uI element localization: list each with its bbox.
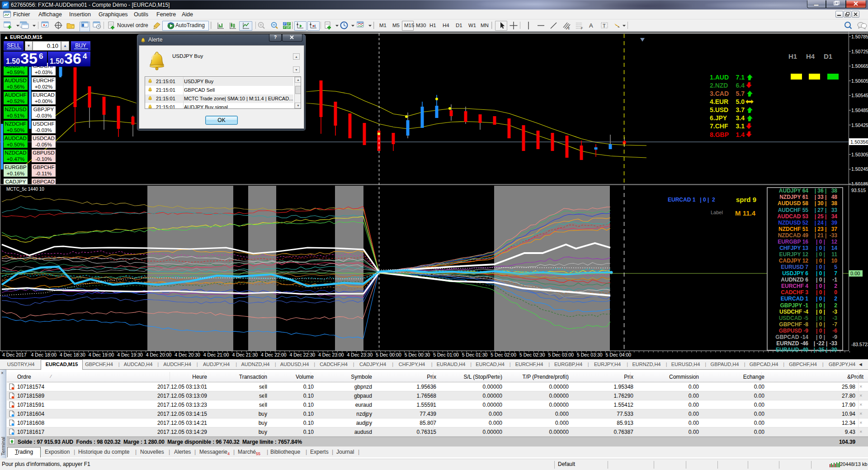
svg-text:5.7: 5.7: [736, 90, 745, 97]
svg-text:1.50665: 1.50665: [851, 63, 868, 69]
svg-text:-33: -33: [830, 232, 838, 239]
svg-text:-1: -1: [832, 277, 837, 283]
svg-text:6.JPY: 6.JPY: [710, 114, 727, 122]
svg-text:3.7: 3.7: [736, 106, 745, 113]
svg-text:| -25 |: | -25 |: [814, 347, 828, 353]
svg-text:-33: -33: [830, 340, 838, 347]
svg-text:4 Dec 22:30: 4 Dec 22:30: [290, 352, 316, 357]
svg-text:AUDNZD 6: AUDNZD 6: [781, 277, 808, 283]
svg-text:5 Dec 02:00: 5 Dec 02:00: [491, 352, 516, 357]
svg-text:3.CAD: 3.CAD: [710, 90, 729, 97]
svg-text:Label: Label: [711, 210, 723, 215]
svg-text:D1: D1: [824, 52, 832, 60]
svg-text:2: 2: [834, 302, 837, 309]
svg-text:USDCHF -4: USDCHF -4: [779, 309, 808, 315]
svg-text:EURCAD 1 | 0 | 2: EURCAD 1 | 0 | 2: [668, 197, 715, 203]
svg-text:0: 0: [834, 289, 837, 296]
svg-text:| 33 |: | 33 |: [815, 194, 827, 200]
svg-text:4 Dec 23:00: 4 Dec 23:00: [318, 352, 344, 357]
svg-text:2: 2: [834, 283, 837, 289]
svg-text:1.50725: 1.50725: [851, 49, 868, 54]
svg-text:4 Dec 19:30: 4 Dec 19:30: [117, 352, 143, 357]
svg-text:11: 11: [831, 251, 837, 258]
svg-text:39: 39: [831, 220, 838, 226]
svg-text:EURJPY 12: EURJPY 12: [779, 251, 809, 258]
svg-text:4 Dec 20:30: 4 Dec 20:30: [175, 352, 200, 357]
svg-text:CADCHF 3: CADCHF 3: [781, 289, 808, 296]
svg-text:1.AUD: 1.AUD: [710, 74, 729, 81]
svg-text:| 0 |: | 0 |: [816, 321, 825, 328]
svg-text:H4: H4: [806, 52, 815, 60]
svg-text:| 21 |: | 21 |: [815, 232, 827, 239]
svg-text:T: T: [603, 23, 606, 28]
svg-text:EURCHF 4: EURCHF 4: [781, 283, 808, 289]
svg-text:| 0 |: | 0 |: [816, 239, 825, 245]
svg-text:NZDCHF 51: NZDCHF 51: [778, 226, 808, 232]
svg-text:5 Dec 03:00: 5 Dec 03:00: [548, 352, 574, 357]
svg-text:| 0 |: | 0 |: [816, 277, 825, 283]
svg-text:5 Dec 01:00: 5 Dec 01:00: [433, 352, 459, 357]
svg-text:| 0 |: | 0 |: [816, 296, 825, 302]
svg-text:1.50425: 1.50425: [851, 122, 868, 128]
svg-text:GBPUSD -9: GBPUSD -9: [779, 328, 809, 334]
svg-text:48: 48: [831, 194, 838, 200]
svg-text:AUDJPY 64: AUDJPY 64: [779, 188, 808, 194]
svg-text:5 Dec 00:00: 5 Dec 00:00: [376, 352, 401, 357]
svg-text:14: 14: [831, 245, 838, 251]
svg-text:| 0 |: | 0 |: [816, 309, 825, 315]
svg-text:38: 38: [831, 200, 838, 207]
svg-text:12: 12: [831, 239, 838, 245]
svg-text:| 0 |: | 0 |: [816, 258, 825, 264]
svg-text:1.50245: 1.50245: [851, 166, 868, 172]
svg-text:1.50185: 1.50185: [851, 181, 868, 187]
svg-text:EURUSD 7: EURUSD 7: [781, 264, 808, 270]
svg-text:EURNZD -46: EURNZD -46: [776, 340, 808, 347]
svg-text:3.4: 3.4: [736, 114, 745, 122]
svg-text:4 Dec 18:00: 4 Dec 18:00: [31, 352, 57, 357]
svg-text:GBPJPY -1: GBPJPY -1: [780, 302, 809, 309]
svg-text:-3: -3: [832, 315, 837, 321]
svg-text:7: 7: [834, 270, 837, 277]
svg-text:GBPCHF -8: GBPCHF -8: [779, 321, 808, 328]
svg-text:38: 38: [831, 188, 838, 194]
svg-text:1.50605: 1.50605: [851, 78, 868, 84]
svg-text:-9: -9: [832, 334, 837, 340]
svg-text:4 Dec 20:00: 4 Dec 20:00: [146, 352, 172, 357]
svg-text:1.50305: 1.50305: [851, 152, 868, 157]
svg-text:H1: H1: [788, 52, 797, 60]
svg-text:1.50356: 1.50356: [850, 139, 868, 145]
svg-text:| 30 |: | 30 |: [815, 200, 827, 207]
svg-text:| 0 |: | 0 |: [816, 245, 825, 251]
svg-text:sprd 9: sprd 9: [736, 196, 756, 203]
svg-text:| 0 |: | 0 |: [816, 315, 825, 321]
svg-text:2: 2: [834, 296, 837, 302]
svg-text:EURCAD 1: EURCAD 1: [781, 296, 809, 302]
svg-text:7.CHF: 7.CHF: [710, 122, 728, 130]
svg-text:37: 37: [831, 226, 838, 232]
svg-text:4 Dec 19:00: 4 Dec 19:00: [89, 352, 114, 357]
svg-text:4 Dec 21:30: 4 Dec 21:30: [232, 352, 258, 357]
svg-text:| 25 |: | 25 |: [815, 213, 827, 220]
svg-text:5: 5: [834, 264, 837, 270]
svg-text:AUDUSD 58: AUDUSD 58: [778, 200, 808, 207]
svg-text:4 Dec 21:00: 4 Dec 21:00: [203, 352, 229, 357]
svg-text:5.USD: 5.USD: [710, 106, 728, 113]
svg-text:| 36 |: | 36 |: [815, 188, 827, 194]
svg-text:GBPCAD -14: GBPCAD -14: [775, 334, 808, 340]
svg-text:10: 10: [831, 258, 838, 264]
svg-text:93.515: 93.515: [851, 188, 866, 193]
svg-text:5 Dec 00:30: 5 Dec 00:30: [405, 352, 430, 357]
svg-text:NZDUSD 52: NZDUSD 52: [778, 220, 808, 226]
svg-text:| 0 |: | 0 |: [816, 283, 825, 289]
svg-text:| 0 |: | 0 |: [816, 328, 825, 334]
svg-text:2.NZD: 2.NZD: [710, 82, 728, 89]
svg-text:-7: -7: [832, 321, 837, 328]
svg-text:| 0 |: | 0 |: [816, 251, 825, 258]
svg-text:CHFJPY 13: CHFJPY 13: [779, 245, 808, 251]
svg-text:-3: -3: [832, 309, 837, 315]
svg-text:34: 34: [831, 213, 838, 220]
svg-text:-6: -6: [832, 328, 837, 334]
svg-text:| 23 |: | 23 |: [815, 226, 827, 232]
svg-text:F: F: [581, 27, 583, 30]
svg-text:5.0: 5.0: [736, 98, 745, 105]
